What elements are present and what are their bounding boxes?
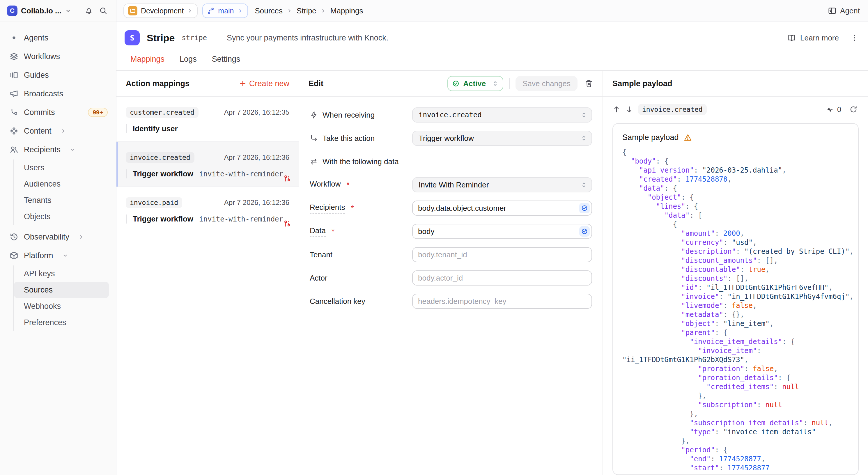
mapping-action-name: Trigger workflow	[133, 169, 193, 179]
required-asterisk: *	[346, 181, 349, 189]
uncommitted-changes-icon	[283, 175, 291, 183]
form-row-data: Data*	[310, 224, 592, 239]
chevron-right-icon	[287, 8, 292, 14]
mapping-card[interactable]: invoice.created Apr 7 2026, 16:12:36 Tri…	[117, 142, 299, 187]
sidebar-item-platform[interactable]: Platform	[5, 247, 116, 264]
tab-settings[interactable]: Settings	[212, 55, 241, 64]
kebab-menu-icon[interactable]	[849, 33, 860, 43]
mapping-event-badge: invoice.created	[126, 152, 194, 163]
sidebar-item-broadcasts[interactable]: Broadcasts	[5, 85, 116, 102]
content-panels: Action mappings Create new customer.crea…	[117, 71, 868, 475]
environment-switcher[interactable]: Development	[123, 3, 198, 18]
git-commit-icon	[9, 108, 19, 117]
breadcrumb-stripe[interactable]: Stripe	[297, 6, 316, 15]
chevron-right-icon	[60, 128, 67, 134]
chevrons-up-down-icon	[581, 181, 587, 188]
refresh-icon[interactable]	[848, 104, 859, 115]
breadcrumb: Sources Stripe Mappings	[255, 6, 363, 15]
uncommitted-changes-icon	[283, 220, 291, 228]
chevron-right-icon	[320, 8, 326, 14]
tab-logs[interactable]: Logs	[180, 55, 197, 64]
mapping-timestamp: Apr 7 2026, 16:12:36	[224, 153, 289, 162]
workflow-select[interactable]: Invite With Reminder	[412, 177, 592, 192]
users-icon	[9, 145, 19, 154]
required-asterisk: *	[351, 204, 354, 213]
mapping-card[interactable]: invoice.paid Apr 7 2026, 16:12:36 Trigge…	[117, 187, 299, 232]
recipients-subnav: Users Audiences Tenants Objects	[13, 159, 116, 225]
sidebar-item-objects[interactable]: Objects	[14, 209, 109, 225]
save-changes-button[interactable]: Save changes	[516, 76, 578, 91]
lightning-icon	[310, 111, 318, 119]
event-select[interactable]: invoice.created	[412, 107, 592, 123]
tenant-input[interactable]	[412, 247, 592, 262]
delete-mapping-icon[interactable]	[585, 79, 593, 88]
sidebar-item-commits[interactable]: Commits 99+	[5, 104, 116, 121]
status-select[interactable]: Active	[447, 76, 503, 91]
valid-check-icon[interactable]	[579, 203, 590, 213]
org-logo: C	[7, 5, 18, 16]
check-circle-icon	[452, 80, 460, 87]
branch-switcher[interactable]: main	[202, 3, 248, 18]
agent-button[interactable]: Agent	[828, 6, 860, 15]
mapping-event-badge: customer.created	[126, 107, 198, 118]
payload-event-badge: invoice.created	[638, 104, 707, 115]
learn-more-link[interactable]: Learn more	[787, 33, 839, 42]
divider	[509, 78, 510, 89]
sidebar-item-recipients[interactable]: Recipients	[5, 141, 116, 158]
breadcrumb-sources[interactable]: Sources	[255, 6, 283, 15]
sidebar-item-guides[interactable]: Guides	[5, 66, 116, 84]
mapping-card[interactable]: customer.created Apr 7 2026, 16:12:35 Id…	[117, 97, 299, 142]
sample-payload-title: Sample payload	[613, 79, 672, 88]
sidebar-item-observability[interactable]: Observability	[5, 228, 116, 246]
sidebar: C Collab.io ... Agents Workflows	[0, 0, 117, 475]
sidebar-item-preferences[interactable]: Preferences	[14, 314, 109, 330]
valid-check-icon[interactable]	[579, 226, 590, 236]
mapping-timestamp: Apr 7 2026, 16:12:35	[224, 108, 289, 117]
mapping-action-name: Identify user	[133, 124, 178, 133]
app-root: C Collab.io ... Agents Workflows	[0, 0, 868, 475]
form-row-workflow: Workflow* Invite With Reminder	[310, 177, 592, 192]
mapping-action-name: Trigger workflow	[133, 215, 193, 224]
data-input[interactable]	[412, 224, 592, 239]
create-new-button[interactable]: Create new	[239, 79, 289, 88]
guides-icon	[9, 70, 19, 80]
chevrons-up-down-icon	[581, 112, 587, 119]
sidebar-item-api-keys[interactable]: API keys	[14, 265, 109, 282]
book-icon	[787, 33, 796, 42]
notifications-bell-icon[interactable]	[83, 5, 94, 16]
arrow-down-icon[interactable]	[625, 105, 633, 114]
tab-bar: Mappings Logs Settings	[117, 49, 868, 70]
sidebar-item-workflows[interactable]: Workflows	[5, 48, 116, 65]
arrow-up-icon[interactable]	[613, 105, 621, 114]
sidebar-item-content[interactable]: Content	[5, 122, 116, 140]
panel-left-icon	[828, 6, 837, 15]
recipients-input[interactable]	[412, 200, 592, 216]
sidebar-item-audiences[interactable]: Audiences	[14, 176, 109, 192]
edit-title: Edit	[309, 79, 323, 88]
org-switcher[interactable]: C Collab.io ...	[0, 0, 116, 22]
stripe-source-icon	[125, 30, 140, 45]
trigger-count[interactable]: 0	[826, 105, 841, 114]
action-select[interactable]: Trigger workflow	[412, 131, 592, 146]
sidebar-nav: Agents Workflows Guides Broadcasts Commi…	[0, 22, 116, 334]
main-column: Development main Sources Stripe	[117, 0, 868, 475]
sidebar-item-webhooks[interactable]: Webhooks	[14, 298, 109, 314]
sidebar-item-sources[interactable]: Sources	[14, 282, 109, 298]
chevron-down-icon	[65, 7, 71, 14]
sidebar-item-agents[interactable]: Agents	[5, 29, 116, 46]
payload-code[interactable]: { "body": { "api_version": "2026-03-25.d…	[622, 148, 849, 473]
required-asterisk: *	[332, 227, 335, 236]
branch-name: main	[218, 7, 234, 15]
search-icon[interactable]	[98, 5, 109, 16]
sidebar-item-users[interactable]: Users	[14, 159, 109, 176]
cancellation-key-input[interactable]	[412, 294, 592, 309]
breadcrumb-mappings[interactable]: Mappings	[330, 6, 363, 15]
layers-icon	[9, 52, 19, 61]
tab-mappings[interactable]: Mappings	[130, 55, 164, 64]
form-row-cancellation-key: Cancellation key	[310, 294, 592, 309]
actor-input[interactable]	[412, 271, 592, 286]
environment-folder-icon	[128, 6, 137, 15]
commits-count-badge: 99+	[88, 108, 108, 117]
chevron-right-icon	[187, 8, 193, 14]
sidebar-item-tenants[interactable]: Tenants	[14, 192, 109, 209]
